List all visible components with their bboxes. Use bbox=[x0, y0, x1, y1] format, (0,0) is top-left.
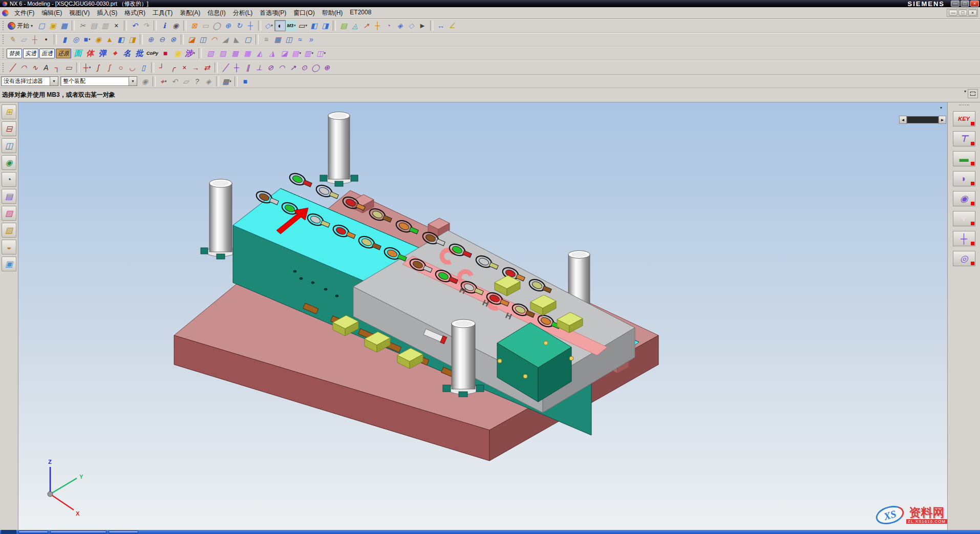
unite-button[interactable]: ⊕ bbox=[145, 34, 156, 45]
pull-face-button[interactable]: ▨ bbox=[217, 48, 228, 59]
erase-highlight-button[interactable]: ▱ bbox=[180, 76, 191, 87]
measure-angle-button[interactable]: ∠ bbox=[446, 20, 458, 31]
shell-button[interactable]: ▢ bbox=[242, 34, 253, 45]
intersect-button[interactable]: ⊗ bbox=[167, 34, 179, 45]
measure-distance-button[interactable]: ↔ bbox=[435, 20, 446, 31]
window-right-button[interactable]: ◨ bbox=[319, 20, 331, 31]
revolve-button[interactable]: ◎ bbox=[70, 34, 81, 45]
start-button[interactable]: 开始 bbox=[7, 22, 36, 30]
menu-edit[interactable]: 编辑(E) bbox=[38, 8, 66, 18]
taskbar-start-area[interactable] bbox=[1, 530, 16, 534]
delete-button[interactable]: × bbox=[111, 20, 122, 31]
sk-spline-button[interactable]: ∿ bbox=[29, 62, 40, 73]
palette-clamp-part[interactable]: ◗ bbox=[953, 171, 975, 186]
cn-vector-button[interactable]: ↗ bbox=[287, 62, 299, 73]
windows-taskbar[interactable] bbox=[0, 530, 980, 534]
selection-scope-dropdown[interactable]: 整个装配 ▼ bbox=[60, 76, 137, 86]
sk-ellipse-button[interactable]: ○ bbox=[115, 62, 126, 73]
pan-view-button[interactable]: ┼ bbox=[245, 20, 256, 31]
restore-display-button[interactable]: 还原 bbox=[56, 49, 71, 58]
extrude-button[interactable]: ▮ bbox=[59, 34, 70, 45]
toolbar-handle[interactable] bbox=[3, 21, 5, 30]
window-left-button[interactable]: ◧ bbox=[308, 20, 319, 31]
previous-selection-button[interactable]: ↶ bbox=[169, 76, 180, 87]
cn-circle-button[interactable]: ◯ bbox=[310, 62, 321, 73]
marquee-select-button[interactable]: ▦ bbox=[221, 76, 232, 87]
save-button[interactable]: ▦ bbox=[58, 20, 70, 31]
interference-button[interactable]: 涉 bbox=[184, 48, 196, 59]
assembly-navigator-tab[interactable]: ⊞ bbox=[2, 104, 16, 119]
mdi-restore-button[interactable]: □ bbox=[958, 10, 967, 16]
palette-handle[interactable] bbox=[959, 104, 969, 105]
system-materials-tab[interactable]: ▤ bbox=[2, 189, 16, 204]
shaded-display-button[interactable]: ◐ bbox=[274, 20, 286, 31]
boss-button[interactable]: ▲ bbox=[104, 34, 115, 45]
cut-button[interactable]: ✂ bbox=[77, 20, 88, 31]
cn-line-button[interactable]: ╱ bbox=[220, 62, 231, 73]
replace-face-button[interactable]: ▦ bbox=[242, 48, 253, 59]
offset-region-button[interactable]: ▩ bbox=[229, 48, 241, 59]
scroll-right-icon[interactable]: ► bbox=[939, 116, 946, 124]
constraint-navigator-tab[interactable]: ⊟ bbox=[2, 121, 16, 136]
sk-profile-button[interactable]: ┐ bbox=[52, 62, 63, 73]
snap-point-button[interactable]: ⌖ bbox=[158, 76, 169, 87]
undo-button[interactable]: ↶ bbox=[129, 20, 140, 31]
sk-point-button[interactable]: ┼ bbox=[81, 62, 93, 73]
menu-analysis[interactable]: 分析(L) bbox=[229, 8, 257, 18]
open-button[interactable]: ▣ bbox=[47, 20, 58, 31]
zoom-in-out-button[interactable]: ⊕ bbox=[222, 20, 233, 31]
palette-key-part[interactable]: KEY bbox=[953, 111, 975, 126]
menu-preferences[interactable]: 首选项(P) bbox=[256, 8, 290, 18]
subtract-button[interactable]: ⊖ bbox=[156, 34, 167, 45]
taskbar-window-2[interactable] bbox=[50, 530, 106, 533]
palette-punch-part[interactable]: ⊤ bbox=[953, 131, 975, 146]
menu-tools[interactable]: 工具(T) bbox=[149, 8, 176, 18]
sk-rectangle-button[interactable]: ▭ bbox=[63, 62, 74, 73]
cn-tangent-button[interactable]: ⊘ bbox=[265, 62, 276, 73]
menu-window[interactable]: 窗口(O) bbox=[290, 8, 318, 18]
toolbar-handle[interactable] bbox=[3, 63, 5, 72]
batch-tool-button[interactable]: 批 bbox=[134, 48, 145, 59]
reuse-library-tab[interactable]: ◉ bbox=[2, 155, 16, 170]
offset-surface-button[interactable]: » bbox=[306, 34, 317, 45]
sk-corner-button[interactable]: ┘ bbox=[156, 62, 167, 73]
edit-object-display-button[interactable]: ◔ bbox=[383, 20, 394, 31]
history-tab[interactable]: ◔ bbox=[2, 172, 16, 187]
move-component-button[interactable]: ↗ bbox=[360, 20, 372, 31]
replace-button[interactable]: 替换 bbox=[7, 49, 22, 58]
face-translucent-button[interactable]: 面透 bbox=[39, 49, 55, 58]
sk-line-button[interactable]: ╱ bbox=[7, 62, 18, 73]
minimize-button[interactable]: — bbox=[951, 1, 960, 7]
cn-arc-button[interactable]: ◠ bbox=[276, 62, 287, 73]
part-navigator-tab[interactable]: ◫ bbox=[2, 138, 16, 153]
cn-circle-dot-button[interactable]: ⊙ bbox=[299, 62, 310, 73]
sk-funnel-button[interactable]: ◡ bbox=[126, 62, 138, 73]
assembly-sequence-button[interactable]: ▤ bbox=[338, 20, 349, 31]
selection-filter-dropdown[interactable]: 没有选择过滤器 ▼ bbox=[1, 76, 58, 86]
restore-button[interactable]: □ bbox=[961, 1, 969, 7]
zoom-circle-button[interactable]: ◯ bbox=[211, 20, 222, 31]
split-body-button[interactable]: ◫ bbox=[197, 34, 208, 45]
roles-tab[interactable]: ◒ bbox=[2, 240, 16, 254]
horizontal-scrollbar[interactable]: ◄ ► bbox=[899, 116, 946, 124]
find-in-assembly-button[interactable]: ◉ bbox=[139, 76, 151, 87]
palette-pin-part[interactable]: ┼ bbox=[953, 231, 975, 246]
sk-studio-spline-button[interactable]: ʃ bbox=[93, 62, 104, 73]
thread-button[interactable]: ≡ bbox=[261, 34, 272, 45]
cn-parallel-button[interactable]: ∥ bbox=[242, 62, 253, 73]
sk-arc-button[interactable]: ◠ bbox=[18, 62, 29, 73]
wcs-dynamics-button[interactable]: ┼ bbox=[372, 20, 383, 31]
copy-button[interactable]: ▤ bbox=[88, 20, 99, 31]
cn-dim-button[interactable]: ⊕ bbox=[321, 62, 332, 73]
scroll-left-icon[interactable]: ◄ bbox=[899, 116, 907, 124]
rotate-view-button[interactable]: ↻ bbox=[233, 20, 245, 31]
graphics-window[interactable]: HHH bbox=[18, 102, 947, 530]
show-hide-button[interactable]: ◈ bbox=[394, 20, 406, 31]
palette-pilot-part[interactable]: ▼ bbox=[953, 211, 975, 226]
interpart-link-button[interactable]: ◈ bbox=[203, 76, 214, 87]
sketch-button[interactable]: ✎ bbox=[7, 34, 18, 45]
palette-plate-part[interactable]: ◉ bbox=[953, 191, 975, 206]
mdi-close-button[interactable]: × bbox=[968, 10, 977, 16]
display-mode-button[interactable]: ▭ bbox=[297, 20, 308, 31]
sew-button[interactable]: ≈ bbox=[294, 34, 306, 45]
